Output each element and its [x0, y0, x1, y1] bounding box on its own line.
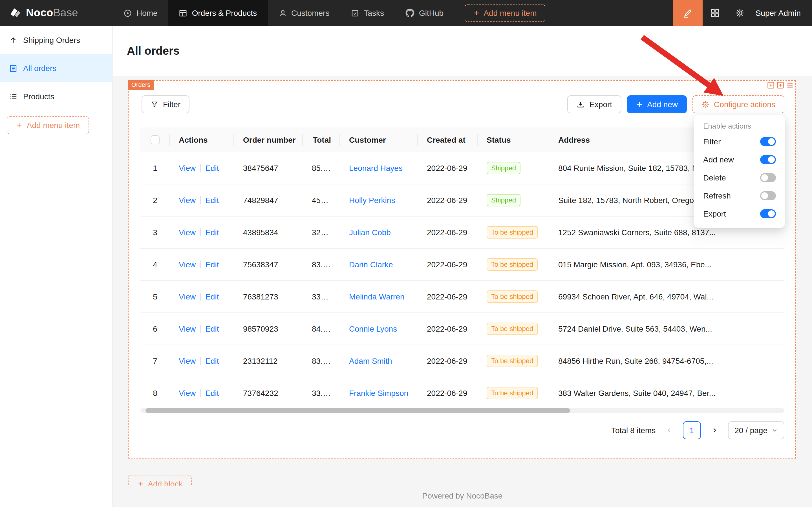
column-header-status: Status [478, 127, 549, 152]
customer-link[interactable]: Holly Perkins [349, 196, 395, 205]
add-menu-item-button[interactable]: Add menu item [464, 4, 545, 22]
edit-link[interactable]: Edit [205, 292, 219, 301]
dropdown-item-label: Filter [703, 137, 721, 146]
divider [200, 389, 201, 397]
divider [200, 164, 201, 172]
settings-button[interactable] [728, 0, 752, 26]
enable-action-add-new[interactable]: Add new [696, 151, 783, 169]
enable-action-refresh[interactable]: Refresh [696, 187, 783, 205]
page-number-1[interactable]: 1 [683, 421, 701, 439]
enable-action-filter[interactable]: Filter [696, 132, 783, 151]
delete-toggle[interactable] [760, 173, 776, 182]
nav-item-orders-products[interactable]: Orders & Products [168, 0, 268, 26]
filter-button[interactable]: Filter [141, 95, 189, 113]
view-link[interactable]: View [179, 357, 196, 366]
row-actions: ViewEdit [170, 377, 234, 409]
block-menu-icon[interactable] [786, 81, 794, 89]
sidebar-item-label: All orders [23, 64, 56, 73]
edit-link[interactable]: Edit [205, 228, 219, 237]
add-block-icon[interactable] [776, 81, 785, 89]
edit-link[interactable]: Edit [205, 164, 219, 173]
gear-icon [735, 8, 744, 17]
order-number-cell: 98570923 [234, 313, 303, 345]
nav-item-tasks[interactable]: Tasks [340, 0, 395, 26]
table-row: 3 ViewEdit 43895834 321.00 Julian Cobb 2… [140, 217, 785, 249]
view-link[interactable]: View [179, 325, 196, 334]
export-toggle[interactable] [760, 209, 776, 218]
next-page-button[interactable] [705, 421, 723, 439]
edit-link[interactable]: Edit [205, 325, 219, 334]
select-all-checkbox[interactable] [151, 135, 160, 145]
nocobase-logo[interactable]: NocoBase [0, 7, 113, 19]
customer-link[interactable]: Darin Clarke [349, 260, 393, 269]
table-row: 6 ViewEdit 98570923 84.00 Connie Lyons 2… [140, 313, 785, 345]
refresh-toggle[interactable] [760, 191, 776, 200]
prev-page-button[interactable] [660, 421, 678, 439]
customer-link[interactable]: Adam Smith [349, 357, 392, 366]
customer-link[interactable]: Melinda Warren [349, 292, 405, 301]
configure-actions-button[interactable]: Configure actions [692, 95, 785, 113]
customer-cell: Darin Clarke [340, 249, 418, 281]
order-number-cell: 38475647 [234, 152, 303, 184]
view-link[interactable]: View [179, 260, 196, 269]
enable-action-export[interactable]: Export [696, 205, 783, 223]
gear-icon [701, 100, 709, 108]
table-row: 7 ViewEdit 23132112 83.00 Adam Smith 202… [140, 345, 785, 377]
row-index: 2 [140, 184, 170, 217]
table-header-row: Actions Order number Total Customer Crea… [140, 127, 785, 152]
filter-toggle[interactable] [760, 137, 776, 146]
sidebar-add-menu-item-button[interactable]: Add menu item [7, 116, 89, 134]
plus-icon [473, 10, 479, 16]
view-link[interactable]: View [179, 196, 196, 205]
table-row: 4 ViewEdit 75638347 83.00 Darin Clarke 2… [140, 249, 785, 281]
dropdown-item-label: Add new [703, 155, 734, 164]
customer-link[interactable]: Connie Lyons [349, 325, 397, 334]
enable-action-delete[interactable]: Delete [696, 169, 783, 187]
current-user[interactable]: Super Admin [752, 8, 812, 17]
view-link[interactable]: View [179, 389, 196, 398]
total-cell: 85.34 [303, 152, 340, 184]
nav-item-customers[interactable]: Customers [268, 0, 340, 26]
customer-link[interactable]: Frankie Simpson [349, 389, 408, 398]
sidebar-item-shipping-orders[interactable]: Shipping Orders [0, 26, 112, 54]
row-index: 7 [140, 345, 170, 377]
order-number-cell: 23132112 [234, 345, 303, 377]
edit-link[interactable]: Edit [205, 389, 219, 398]
view-link[interactable]: View [179, 292, 196, 301]
page-size-select[interactable]: 20 / page [728, 421, 785, 439]
dropdown-item-label: Export [703, 209, 726, 218]
table-toolbar: Filter Export Add new [141, 95, 785, 113]
add-block-button[interactable]: Add block [128, 475, 192, 486]
brand-light: Base [53, 7, 78, 19]
nav-item-github[interactable]: GitHub [395, 0, 454, 26]
divider [200, 325, 201, 333]
customer-cell: Frankie Simpson [340, 377, 418, 409]
total-cell: 84.00 [303, 313, 340, 345]
view-link[interactable]: View [179, 228, 196, 237]
status-badge: To be shipped [487, 387, 538, 400]
sidebar-item-all-orders[interactable]: All orders [0, 54, 112, 82]
add-new-button-label: Add new [647, 100, 678, 109]
toolbar-right-group: Export Add new Configure actions [567, 95, 785, 113]
nav-item-home[interactable]: Home [113, 0, 168, 26]
address-cell: 84856 Hirthe Run, Suite 268, 94754-6705,… [549, 345, 785, 377]
export-icon [576, 100, 585, 109]
export-button[interactable]: Export [567, 95, 621, 113]
horizontal-scrollbar-thumb[interactable] [146, 408, 570, 413]
customer-link[interactable]: Leonard Hayes [349, 164, 403, 173]
add-column-icon[interactable] [767, 81, 775, 89]
customer-link[interactable]: Julian Cobb [349, 228, 391, 237]
ui-editor-button[interactable] [673, 0, 703, 26]
plugin-manager-button[interactable] [703, 0, 728, 26]
home-icon [123, 9, 132, 17]
customer-cell: Connie Lyons [340, 313, 418, 345]
view-link[interactable]: View [179, 164, 196, 173]
row-actions: ViewEdit [170, 217, 234, 249]
sidebar-item-products[interactable]: Products [0, 82, 112, 111]
nav-item-label: Orders & Products [192, 8, 257, 17]
edit-link[interactable]: Edit [205, 260, 219, 269]
edit-link[interactable]: Edit [205, 196, 219, 205]
add-new-button[interactable]: Add new [627, 95, 687, 113]
add-new-toggle[interactable] [760, 155, 776, 164]
edit-link[interactable]: Edit [205, 357, 219, 366]
